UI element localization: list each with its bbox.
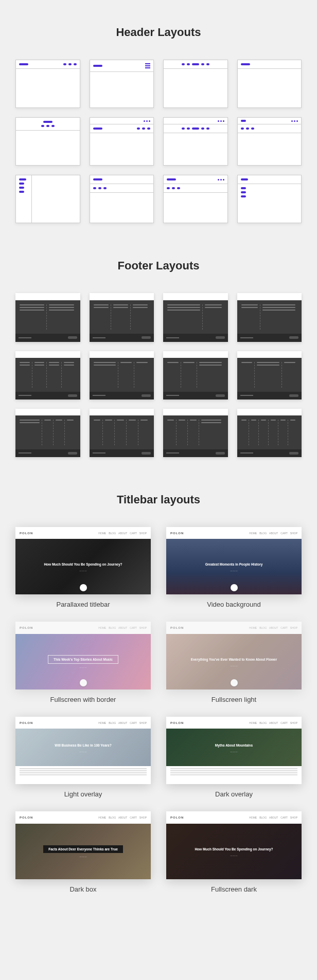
header-thumb (163, 60, 228, 108)
thumb-hero: Everything You've Ever Wanted to Know Ab… (166, 634, 302, 689)
header-thumb (90, 175, 154, 223)
titlebar-thumb: POLONHOMEBLOGABOUTCARTSHOPWill Business … (15, 717, 151, 785)
thumb-menu: HOMEBLOGABOUTCARTSHOP (249, 626, 297, 629)
thumb-nav: POLONHOMEBLOGABOUTCARTSHOP (15, 622, 151, 634)
titlebar-label: Dark overlay (215, 790, 253, 798)
thumb-nav: POLONHOMEBLOGABOUTCARTSHOP (15, 717, 151, 729)
footer-thumb (15, 293, 80, 341)
thumb-subline: — — — (230, 569, 237, 572)
titlebar-item: POLONHOMEBLOGABOUTCARTSHOPGreatest Momen… (166, 527, 302, 609)
footer-thumb (237, 293, 302, 341)
header-thumb (163, 175, 228, 223)
thumb-nav: POLONHOMEBLOGABOUTCARTSHOP (15, 811, 151, 824)
footer-thumb (163, 351, 228, 400)
footer-thumb (90, 293, 154, 341)
header-thumb (163, 117, 228, 166)
footer-grid (15, 293, 302, 457)
titlebar-thumb: POLONHOMEBLOGABOUTCARTSHOPGreatest Momen… (166, 527, 302, 595)
thumb-logo: POLON (20, 721, 33, 724)
scroll-circle-icon (80, 679, 87, 686)
titlebar-thumb: POLONHOMEBLOGABOUTCARTSHOPHow Much Shoul… (166, 811, 302, 879)
thumb-subline: — — — (79, 666, 86, 668)
titlebar-thumb: POLONHOMEBLOGABOUTCARTSHOPFacts About De… (15, 811, 151, 879)
thumb-logo: POLON (170, 626, 184, 629)
thumb-subline: — — — (79, 750, 86, 753)
titlebar-section-title: Titlebar layouts (15, 493, 302, 506)
thumb-subline: — — — (79, 569, 86, 572)
thumb-logo: POLON (170, 532, 184, 535)
header-thumb (15, 175, 80, 223)
thumb-body-text (15, 766, 151, 785)
thumb-nav: POLONHOMEBLOGABOUTCARTSHOP (166, 622, 302, 634)
titlebar-item: POLONHOMEBLOGABOUTCARTSHOPEverything You… (166, 622, 302, 703)
titlebar-label: Fullscreen with border (50, 696, 116, 703)
titlebar-thumb: POLONHOMEBLOGABOUTCARTSHOPHow Much Shoul… (15, 527, 151, 595)
header-thumb (237, 175, 302, 223)
thumb-menu: HOMEBLOGABOUTCARTSHOP (98, 816, 147, 819)
titlebar-thumb: POLONHOMEBLOGABOUTCARTSHOPEverything You… (166, 622, 302, 689)
scroll-circle-icon (231, 679, 238, 686)
thumb-hero: Myths About Mountains— — — (166, 729, 302, 766)
titlebar-label: Dark box (69, 885, 96, 893)
header-thumb (90, 117, 154, 166)
header-thumb (237, 60, 302, 108)
titlebar-label: Parallaxed titlebar (56, 601, 110, 608)
header-section-title: Header Layouts (15, 26, 302, 39)
thumb-body-text (166, 766, 302, 785)
footer-thumb (163, 293, 228, 341)
thumb-headline: How Much Should You Be Spending on Journ… (191, 846, 276, 852)
titlebar-item: POLONHOMEBLOGABOUTCARTSHOPMyths About Mo… (166, 717, 302, 798)
thumb-hero: How Much Should You Be Spending on Journ… (15, 539, 151, 594)
footer-thumb (90, 409, 154, 457)
thumb-menu: HOMEBLOGABOUTCARTSHOP (98, 721, 147, 724)
thumb-headline: Everything You've Ever Wanted to Know Ab… (188, 657, 280, 662)
footer-thumb (163, 409, 228, 457)
header-layouts-section: Header Layouts (15, 26, 302, 223)
header-thumb (15, 60, 80, 108)
thumb-headline: Myths About Mountains (212, 742, 256, 748)
header-grid (15, 60, 302, 223)
footer-thumb (237, 409, 302, 457)
titlebar-item: POLONHOMEBLOGABOUTCARTSHOPWill Business … (15, 717, 151, 798)
thumb-subline: — — — (230, 854, 237, 857)
thumb-hero: This Week's Top Stories About Music— — — (15, 634, 151, 689)
thumb-headline: How Much Should You Be Spending on Journ… (41, 561, 125, 567)
thumb-headline: Greatest Moments in People History (202, 561, 266, 567)
thumb-headline: Facts About Deer Everyone Thinks are Tru… (43, 845, 123, 853)
titlebar-thumb: POLONHOMEBLOGABOUTCARTSHOPMyths About Mo… (166, 717, 302, 785)
thumb-headline: Will Business Be Like in 100 Years? (51, 742, 114, 748)
scroll-circle-icon (231, 584, 238, 591)
titlebar-thumb: POLONHOMEBLOGABOUTCARTSHOPThis Week's To… (15, 622, 151, 689)
thumb-menu: HOMEBLOGABOUTCARTSHOP (98, 626, 147, 629)
thumb-headline: This Week's Top Stories About Music (48, 655, 118, 664)
scroll-circle-icon (80, 584, 87, 591)
footer-layouts-section: Footer Layouts (15, 259, 302, 457)
thumb-hero: Will Business Be Like in 100 Years?— — — (15, 729, 151, 766)
thumb-menu: HOMEBLOGABOUTCARTSHOP (249, 816, 297, 819)
titlebar-grid: POLONHOMEBLOGABOUTCARTSHOPHow Much Shoul… (15, 527, 302, 893)
thumb-nav: POLONHOMEBLOGABOUTCARTSHOP (166, 527, 302, 539)
footer-thumb (237, 351, 302, 400)
thumb-nav: POLONHOMEBLOGABOUTCARTSHOP (15, 527, 151, 539)
titlebar-label: Fullscreen dark (211, 885, 257, 893)
thumb-logo: POLON (20, 816, 33, 819)
thumb-menu: HOMEBLOGABOUTCARTSHOP (98, 532, 147, 535)
thumb-logo: POLON (20, 626, 33, 629)
thumb-menu: HOMEBLOGABOUTCARTSHOP (249, 532, 297, 535)
thumb-nav: POLONHOMEBLOGABOUTCARTSHOP (166, 717, 302, 729)
thumb-nav: POLONHOMEBLOGABOUTCARTSHOP (166, 811, 302, 824)
footer-thumb (15, 351, 80, 400)
footer-thumb (15, 409, 80, 457)
header-thumb (15, 117, 80, 166)
thumb-logo: POLON (170, 721, 184, 724)
header-thumb (237, 117, 302, 166)
thumb-subline: — — — (230, 664, 237, 667)
titlebar-layouts-section: Titlebar layouts POLONHOMEBLOGABOUTCARTS… (15, 493, 302, 893)
titlebar-item: POLONHOMEBLOGABOUTCARTSHOPFacts About De… (15, 811, 151, 893)
titlebar-label: Light overlay (64, 790, 102, 798)
footer-section-title: Footer Layouts (15, 259, 302, 273)
thumb-subline: — — — (230, 750, 237, 753)
titlebar-item: POLONHOMEBLOGABOUTCARTSHOPHow Much Shoul… (166, 811, 302, 893)
thumb-hero: Greatest Moments in People History— — — (166, 539, 302, 594)
thumb-hero: Facts About Deer Everyone Thinks are Tru… (15, 824, 151, 879)
